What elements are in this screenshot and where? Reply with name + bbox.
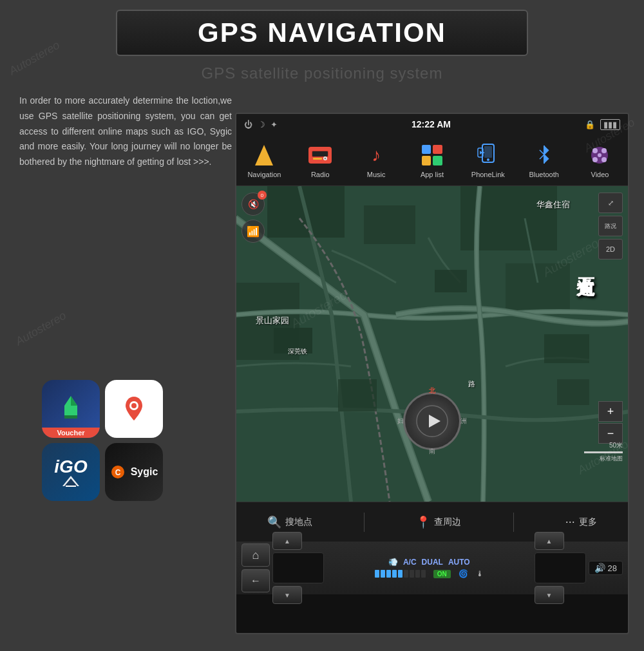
map-area[interactable]: Autostereo Autostereo 华鑫住宿 景山家园 深莞铁 路 石龙…: [236, 186, 628, 502]
svg-rect-18: [313, 158, 322, 160]
svg-rect-33: [364, 205, 415, 244]
svg-rect-40: [557, 379, 589, 405]
status-time: 12:22 AM: [412, 119, 451, 129]
seg-4: [392, 570, 397, 578]
gmaps-app-icon[interactable]: [105, 380, 163, 438]
left-vol-group: ▲ ▼: [272, 532, 324, 604]
igo-app-icon[interactable]: iGO: [42, 443, 100, 501]
svg-marker-1: [71, 396, 77, 406]
app-item-applist[interactable]: App list: [410, 142, 455, 178]
compass-labels: 北 南 洲 妇: [405, 394, 459, 448]
compass[interactable]: 北 南 洲 妇: [403, 392, 461, 450]
app-item-video[interactable]: Video: [577, 142, 622, 178]
ac-top-row: 💨 A/C DUAL AUTO: [388, 558, 470, 567]
page-subtitle: GPS satellite positioning system: [0, 64, 644, 82]
app-item-phonelink[interactable]: PhoneLink: [466, 142, 511, 178]
vol-down-left-btn[interactable]: ▼: [272, 586, 302, 604]
moon-icon: ☽: [258, 120, 265, 129]
home-icon: ⌂: [252, 549, 260, 562]
svg-rect-39: [544, 334, 589, 363]
app-item-music[interactable]: ♪ Music: [354, 142, 399, 178]
map-controls: ⤢ 路况 2D: [598, 193, 623, 259]
prog-bar: [375, 570, 426, 578]
map-text-jingshan: 景山家园: [256, 315, 289, 326]
seg-7: [410, 570, 414, 578]
mute-btn[interactable]: 🔇 0: [242, 193, 265, 216]
right-vol-group: ▲ ▼: [535, 532, 586, 604]
applist-icon: [419, 142, 445, 168]
svg-point-28: [592, 157, 598, 162]
search-divider-2: [513, 513, 514, 532]
vol-up-left-btn[interactable]: ▲: [272, 532, 302, 550]
up-arrow-right-icon: ▲: [546, 538, 553, 545]
voucher-badge: Voucher: [42, 428, 100, 438]
seg-9: [421, 570, 426, 578]
sygic-app-icon[interactable]: C Sygic: [105, 443, 163, 501]
volume-value: 28: [608, 563, 617, 573]
lock-icon: 🔒: [585, 120, 595, 129]
hardware-buttons: ⌂ ← ▲ ▼ 💨 A/C DUAL AUTO: [236, 542, 628, 594]
signal-icon: 📶: [247, 225, 260, 238]
more-label: 更多: [579, 516, 597, 528]
road-condition-btn[interactable]: 路况: [598, 216, 623, 236]
svg-point-21: [487, 158, 489, 161]
scale-label: 标准地图: [584, 455, 623, 463]
page-title: GPS NAVIGATION: [130, 17, 514, 48]
search-location-icon: 🔍: [267, 515, 281, 529]
phonelink-icon: [475, 142, 501, 168]
map-left-controls: 🔇 0 📶: [242, 193, 265, 243]
device-screen: ⏻ ☽ ✦ 12:22 AM 🔒 ▮▮▮ Navigation: [235, 113, 629, 634]
map-text-road2: 路: [468, 379, 475, 389]
app-item-navigation[interactable]: Navigation: [242, 142, 287, 178]
black-screen-right: [535, 552, 586, 583]
bluetooth-label: Bluetooth: [529, 171, 558, 178]
search-location-label: 搜地点: [285, 516, 312, 528]
left-content: In order to more accurately determine th…: [19, 93, 232, 170]
app-bar: Navigation Radio: [236, 135, 628, 186]
vol-down-right-btn[interactable]: ▼: [535, 586, 564, 604]
progress-bars: [375, 570, 426, 578]
zoom-in-btn[interactable]: +: [598, 401, 623, 422]
vol-up-right-btn[interactable]: ▲: [535, 532, 564, 550]
search-divider-1: [364, 513, 365, 532]
auto-label: AUTO: [448, 558, 470, 567]
fullscreen-btn[interactable]: ⤢: [598, 193, 623, 213]
seg-3: [386, 570, 391, 578]
svg-rect-20: [484, 146, 492, 158]
radio-icon: [307, 142, 333, 168]
view-mode-btn[interactable]: 2D: [598, 239, 623, 259]
nearby-btn[interactable]: 📍 查周边: [406, 510, 471, 534]
more-btn[interactable]: ··· 更多: [555, 510, 607, 534]
search-location-btn[interactable]: 🔍 搜地点: [257, 510, 323, 534]
watermark-3: Autostereo: [14, 309, 69, 349]
ac-controls: 💨 A/C DUAL AUTO: [327, 558, 532, 578]
status-icons-right: 🔒 ▮▮▮: [585, 119, 620, 130]
down-arrow-right-icon: ▼: [546, 592, 553, 599]
title-box: GPS NAVIGATION: [116, 10, 528, 56]
volume-display: 🔊 28: [589, 561, 623, 575]
radio-label: Radio: [311, 171, 330, 178]
compass-south: 南: [429, 447, 435, 456]
back-button[interactable]: ←: [242, 569, 270, 592]
app-item-bluetooth[interactable]: Bluetooth: [522, 142, 567, 178]
voucher-app-icon[interactable]: Voucher: [42, 380, 100, 438]
compass-east: 洲: [460, 417, 467, 426]
scale-value: 50米: [584, 441, 623, 450]
svg-rect-38: [435, 270, 467, 292]
seg-8: [415, 570, 420, 578]
map-text-huaxin: 华鑫住宿: [536, 199, 570, 211]
zoom-controls: + −: [598, 401, 623, 444]
power-icon: ⏻: [244, 120, 252, 129]
app-item-radio[interactable]: Radio: [298, 142, 343, 178]
signal-btn[interactable]: 📶: [242, 220, 265, 243]
ac-label: A/C: [403, 558, 417, 567]
nearby-label: 查周边: [434, 516, 461, 528]
seg-2: [381, 570, 385, 578]
navigation-icon: [251, 142, 277, 168]
svg-text:C: C: [115, 468, 120, 477]
svg-rect-41: [338, 379, 377, 411]
seg-1: [375, 570, 379, 578]
compass-west: 妇: [397, 417, 404, 426]
home-button[interactable]: ⌂: [242, 543, 270, 567]
svg-point-17: [325, 157, 327, 159]
